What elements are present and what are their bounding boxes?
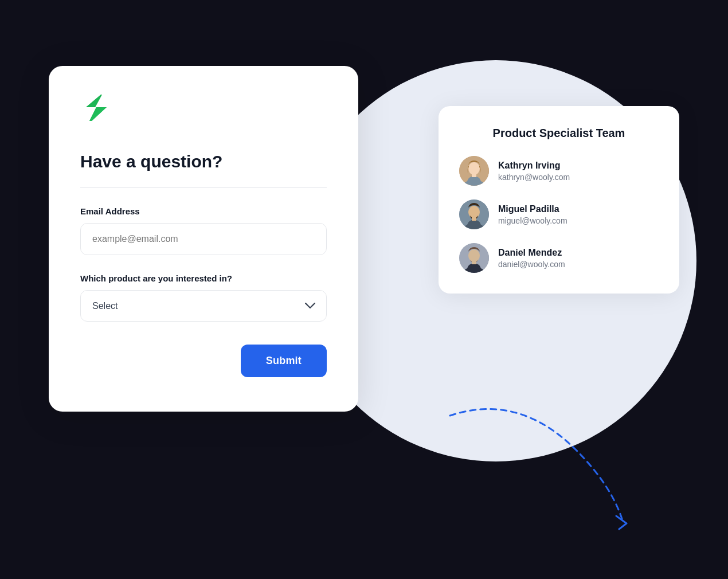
avatar-miguel: [459, 199, 489, 229]
svg-rect-5: [472, 217, 476, 221]
logo-icon: [80, 95, 110, 129]
form-card: Have a question? Email Address Which pro…: [49, 66, 358, 412]
team-member-miguel: Miguel Padilla miguel@wooly.com: [459, 199, 659, 229]
form-title: Have a question?: [80, 152, 327, 171]
member-name-miguel: Miguel Padilla: [498, 204, 567, 214]
email-input[interactable]: [80, 223, 327, 255]
member-email-daniel: daniel@wooly.com: [498, 260, 565, 269]
member-email-miguel: miguel@wooly.com: [498, 216, 567, 225]
team-member-daniel: Daniel Mendez daniel@wooly.com: [459, 243, 659, 273]
svg-point-7: [468, 249, 480, 262]
svg-rect-8: [472, 261, 476, 264]
member-info-daniel: Daniel Mendez daniel@wooly.com: [498, 248, 565, 269]
submit-button[interactable]: Submit: [241, 345, 327, 377]
avatar-daniel: [459, 243, 489, 273]
scene: Have a question? Email Address Which pro…: [49, 32, 679, 547]
submit-row: Submit: [80, 345, 327, 377]
team-card: Product Specialist Team: [439, 106, 679, 294]
member-info-kathryn: Kathryn Irving kathryn@wooly.com: [498, 161, 570, 182]
product-label: Which product are you interested in?: [80, 273, 327, 283]
member-email-kathryn: kathryn@wooly.com: [498, 173, 570, 182]
product-select-wrapper: Select Product A Product B Product C: [80, 290, 327, 322]
svg-point-1: [468, 162, 480, 175]
team-title: Product Specialist Team: [459, 127, 659, 140]
team-member-kathryn: Kathryn Irving kathryn@wooly.com: [459, 156, 659, 186]
member-name-kathryn: Kathryn Irving: [498, 161, 570, 171]
email-label: Email Address: [80, 206, 327, 216]
avatar-kathryn: [459, 156, 489, 186]
form-divider: [80, 187, 327, 188]
svg-point-4: [468, 206, 480, 218]
svg-rect-2: [472, 174, 476, 177]
member-info-miguel: Miguel Padilla miguel@wooly.com: [498, 204, 567, 225]
member-name-daniel: Daniel Mendez: [498, 248, 565, 258]
logo: [80, 95, 327, 131]
dashed-arrow: [416, 404, 633, 530]
product-select[interactable]: Select Product A Product B Product C: [80, 290, 327, 322]
